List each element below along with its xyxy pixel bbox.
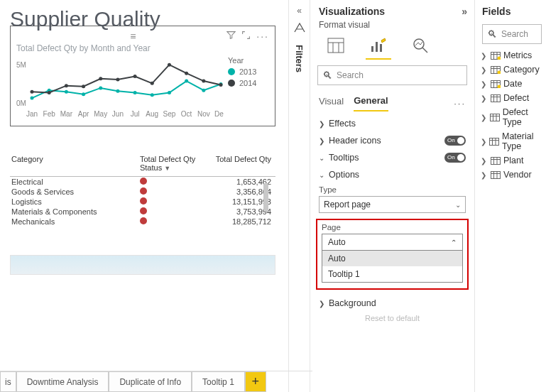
column-header[interactable]: Total Defect Qty Status ▼	[138, 153, 207, 177]
chart-plot-area[interactable]: 5M 0M JanFebMarAprMayJunJulAugSepOctNovD…	[16, 56, 224, 120]
legend-label: 2014	[239, 79, 256, 87]
show-pane-icon[interactable]	[294, 23, 305, 35]
chevron-right-icon: ❯	[481, 138, 486, 146]
fields-title: Fields	[482, 6, 510, 17]
expand-chevron-icon[interactable]: »	[462, 6, 467, 17]
page-tab-downtime[interactable]: Downtime Analysis	[16, 371, 109, 392]
field-table-category[interactable]: ❯Category	[481, 62, 543, 77]
table-row[interactable]: Mechanicals18,285,712	[10, 217, 275, 227]
page-label: Page	[322, 223, 463, 232]
field-label: Date	[503, 79, 522, 89]
field-table-plant[interactable]: ❯Plant	[481, 153, 543, 168]
column-header[interactable]: Total Defect Qty	[207, 153, 275, 177]
svg-point-60	[498, 85, 501, 88]
sort-desc-icon[interactable]: ▼	[164, 165, 170, 172]
svg-point-7	[151, 93, 154, 97]
field-table-defect[interactable]: ❯Defect	[481, 91, 543, 105]
legend-label: 2013	[239, 67, 256, 76]
svg-text:Jan: Jan	[26, 110, 38, 118]
more-options-icon[interactable]: ···	[256, 31, 269, 42]
chevron-down-icon: ⌄	[319, 171, 324, 179]
svg-rect-41	[371, 46, 373, 52]
option-tooltip1[interactable]: Tooltip 1	[322, 266, 462, 282]
table-row[interactable]: Materials & Components3,753,994	[10, 207, 275, 217]
tooltip-page-select[interactable]: Auto⌃	[322, 234, 463, 251]
chevron-down-icon: ⌄	[319, 154, 324, 162]
legend-item-2013[interactable]: 2013	[228, 67, 256, 76]
svg-text:Aug: Aug	[146, 110, 158, 118]
table-icon	[490, 114, 500, 121]
analytics-icon[interactable]	[408, 37, 434, 60]
tooltips-toggle[interactable]: On	[444, 153, 466, 163]
section-tooltips[interactable]: ⌄Tooltips On	[319, 153, 466, 163]
option-auto[interactable]: Auto	[322, 251, 462, 266]
table-icon	[489, 138, 499, 146]
svg-point-12	[31, 90, 34, 94]
legend-item-2014[interactable]: 2014	[228, 79, 256, 87]
category-table-visual[interactable]: Category Total Defect Qty Status ▼ Total…	[10, 153, 275, 227]
field-table-vendor[interactable]: ❯Vendor	[481, 168, 543, 182]
field-table-metrics[interactable]: ❯Metrics	[481, 48, 543, 62]
chevron-down-icon: ⌄	[455, 201, 461, 209]
scrollbar-thumb[interactable]	[263, 183, 268, 212]
map-visual[interactable]	[10, 255, 275, 275]
field-label: Defect Type	[503, 107, 543, 127]
section-background[interactable]: ❯Background	[319, 298, 466, 308]
svg-point-6	[133, 91, 137, 94]
page-tab-duplicate[interactable]: Duplicate of Info	[109, 371, 192, 392]
tooltip-type-select[interactable]: Report page⌄	[319, 196, 466, 213]
svg-rect-77	[491, 171, 501, 178]
format-visual-icon[interactable]	[366, 37, 391, 60]
line-chart-visual[interactable]: ≡ ··· Total Defect Qty by Month and Year…	[10, 26, 275, 126]
section-options[interactable]: ⌄Options	[319, 170, 466, 180]
svg-point-13	[48, 91, 51, 94]
svg-point-4	[99, 86, 102, 89]
field-label: Metrics	[503, 50, 532, 60]
table-row[interactable]: Goods & Services3,356,864	[10, 187, 275, 197]
field-table-date[interactable]: ❯Date	[481, 77, 543, 91]
svg-text:Apr: Apr	[78, 110, 89, 118]
build-visual-icon[interactable]	[323, 37, 349, 60]
legend-title: Year	[228, 56, 256, 65]
status-dot-icon	[140, 217, 147, 224]
chevron-right-icon: ❯	[481, 171, 488, 179]
table-row[interactable]: Logistics13,151,993	[10, 197, 275, 207]
table-row[interactable]: Electrical1,653,462	[10, 177, 275, 187]
page-tab-truncated[interactable]: is	[0, 371, 16, 392]
tab-general[interactable]: General	[354, 95, 388, 111]
tab-visual[interactable]: Visual	[319, 96, 344, 111]
table-icon	[491, 171, 501, 179]
table-icon	[491, 80, 501, 88]
header-icons-toggle[interactable]: On	[444, 136, 466, 146]
page-tab-tooltip1[interactable]: Tooltip 1	[192, 371, 245, 392]
filter-icon[interactable]	[226, 31, 236, 42]
search-icon: 🔍︎	[487, 28, 497, 40]
status-dot-icon	[140, 207, 147, 214]
column-header[interactable]: Category	[10, 153, 138, 177]
chevron-right-icon: ❯	[481, 94, 488, 102]
svg-point-14	[65, 84, 68, 87]
reset-to-default[interactable]: Reset to default	[310, 314, 474, 322]
collapse-chevron-icon[interactable]: «	[297, 6, 302, 16]
field-label: Material Type	[502, 131, 543, 151]
svg-rect-69	[490, 138, 499, 145]
format-search-input[interactable]: 🔍︎ Search	[317, 65, 467, 85]
chevron-right-icon: ❯	[481, 114, 487, 121]
focus-mode-icon[interactable]	[241, 31, 251, 42]
visualizations-title: Visualizations	[319, 6, 385, 17]
svg-point-21	[185, 72, 188, 75]
table-icon	[491, 94, 501, 102]
chevron-right-icon: ❯	[319, 300, 324, 307]
drag-handle-icon[interactable]: ≡	[130, 31, 137, 42]
section-effects[interactable]: ❯Effects	[319, 119, 466, 129]
more-options-icon[interactable]: ···	[454, 98, 466, 109]
field-table-defect-type[interactable]: ❯Defect Type	[481, 105, 543, 129]
chevron-right-icon: ❯	[481, 52, 488, 60]
svg-text:Mar: Mar	[60, 110, 73, 118]
section-header-icons[interactable]: ❯Header icons On	[319, 136, 466, 146]
svg-text:Sep: Sep	[163, 110, 176, 118]
fields-search-input[interactable]: 🔍︎ Search	[482, 24, 542, 44]
add-page-button[interactable]: +	[245, 371, 266, 392]
filters-pane-label[interactable]: Filters	[294, 45, 305, 72]
field-table-material-type[interactable]: ❯Material Type	[481, 129, 543, 153]
